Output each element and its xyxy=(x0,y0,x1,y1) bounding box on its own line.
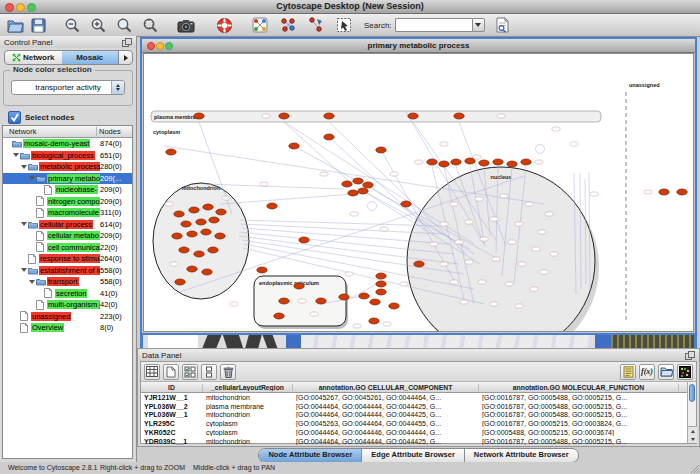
graph-node-small[interactable] xyxy=(535,160,543,164)
graph-node-small[interactable] xyxy=(455,240,463,244)
graph-node-small[interactable] xyxy=(644,190,652,194)
table-row-ydr039c__1[interactable]: YDR039C__1mitochondrion[GO:0044464, GO:0… xyxy=(141,437,687,446)
help-ring-icon[interactable] xyxy=(214,15,234,35)
tree-item-transport[interactable]: transport558(0) xyxy=(3,276,132,288)
unselect-attributes-icon[interactable] xyxy=(201,364,217,380)
graph-node-small[interactable] xyxy=(525,202,533,206)
graph-node-small[interactable] xyxy=(570,142,578,146)
close-window-icon[interactable] xyxy=(5,3,14,12)
graph-node[interactable] xyxy=(179,247,189,253)
network-view-titlebar[interactable]: primary metabolic process xyxy=(142,39,695,53)
table-row-ypl036w__2[interactable]: YPL036W__2plasma membrane[GO:0044464, GO… xyxy=(141,402,687,411)
tree-item-cellular-metabo[interactable]: cellular metabo209(0) xyxy=(3,230,132,242)
open-icon[interactable] xyxy=(5,15,25,35)
graph-node[interactable] xyxy=(324,113,334,119)
tree-item-multi-organism-pro[interactable]: multi-organism pro42(0) xyxy=(3,299,132,311)
column-header[interactable]: ID xyxy=(141,384,203,391)
zoom-window-icon[interactable] xyxy=(27,3,36,12)
float-panel-icon[interactable] xyxy=(122,38,132,47)
network-canvas[interactable]: plasma membrane cytoplasm mitochondrion … xyxy=(143,53,694,332)
graph-node[interactable] xyxy=(187,266,197,272)
tree-item-overview[interactable]: Overview8(0) xyxy=(3,322,132,334)
graph-node-small[interactable] xyxy=(538,230,546,234)
graph-node[interactable] xyxy=(316,298,326,304)
tree-item-establishment-of-lo[interactable]: establishment of lo558(0) xyxy=(3,265,132,277)
graph-node[interactable] xyxy=(358,188,368,194)
table-row-ylr295c[interactable]: YLR295Ccytoplasm[GO:0045263, GO:0044464,… xyxy=(141,419,687,428)
graph-node[interactable] xyxy=(166,149,176,155)
graph-node[interactable] xyxy=(376,147,386,153)
graph-node-small[interactable] xyxy=(530,287,538,291)
graph-node[interactable] xyxy=(465,158,475,164)
graph-node-small[interactable] xyxy=(450,280,458,284)
import-attributes-icon[interactable] xyxy=(658,364,674,380)
graph-node[interactable] xyxy=(507,161,517,167)
graph-node[interactable] xyxy=(439,161,449,167)
graph-node-small[interactable] xyxy=(440,222,448,226)
search-input[interactable] xyxy=(395,18,472,32)
graph-node[interactable] xyxy=(677,189,687,195)
graph-node-small[interactable] xyxy=(515,304,523,308)
tree-expand-icon[interactable] xyxy=(21,165,27,169)
graph-node-small[interactable] xyxy=(532,247,540,251)
graph-node[interactable] xyxy=(389,303,399,309)
network-red-icon[interactable] xyxy=(278,15,298,35)
graph-node-small[interactable] xyxy=(490,302,498,306)
graph-node[interactable] xyxy=(181,221,191,227)
graph-node[interactable] xyxy=(454,113,464,119)
graph-node-small[interactable] xyxy=(505,282,513,286)
graph-node[interactable] xyxy=(376,273,386,279)
graph-node[interactable] xyxy=(196,219,206,225)
graph-node-small[interactable] xyxy=(260,182,268,186)
graph-node[interactable] xyxy=(203,204,213,210)
tree-item-response-to-stimulu[interactable]: response to stimulu264(0) xyxy=(3,253,132,265)
graph-node[interactable] xyxy=(521,159,531,165)
graph-node[interactable] xyxy=(376,281,386,287)
tree-item-unassigned[interactable]: unassigned223(0) xyxy=(3,311,132,323)
tree-header-network[interactable]: Network xyxy=(3,127,96,136)
graph-node-small[interactable] xyxy=(170,262,178,266)
graph-node-small[interactable] xyxy=(500,194,508,198)
graph-node[interactable] xyxy=(370,299,380,305)
graph-node[interactable] xyxy=(279,113,289,119)
tree-header[interactable]: Network Nodes xyxy=(3,126,132,138)
tree-item-biological-process[interactable]: biological_process651(0) xyxy=(3,150,132,162)
tree-item-mosaic-demo-yeast[interactable]: mosaic-demo-yeast874(0) xyxy=(3,138,132,150)
annotation-notes-icon[interactable] xyxy=(620,364,636,380)
graph-node-small[interactable] xyxy=(383,322,391,326)
new-attribute-icon[interactable] xyxy=(163,364,179,380)
scrollbar-thumb[interactable] xyxy=(689,384,695,402)
frame-minimize-icon[interactable] xyxy=(156,42,164,50)
graph-node-small[interactable] xyxy=(310,312,318,316)
graph-node-small[interactable] xyxy=(440,262,448,266)
table-row-ypl036w__1[interactable]: YPL036W__1mitochondrion[GO:0044464, GO:0… xyxy=(141,411,687,420)
frame-zoom-icon[interactable] xyxy=(165,42,173,50)
graph-node-small[interactable] xyxy=(320,172,328,176)
search-advanced-icon[interactable] xyxy=(493,15,513,35)
column-header[interactable]: annotation.GO MOLECULAR_FUNCTION xyxy=(479,384,679,391)
select-nodes-checkbox[interactable] xyxy=(8,111,21,124)
network-overview-icon[interactable] xyxy=(250,15,270,35)
graph-node-small[interactable] xyxy=(222,196,230,200)
tree-expand-icon[interactable] xyxy=(21,222,27,226)
graph-node-small[interactable] xyxy=(550,252,558,256)
tab-network-attribute-browser[interactable]: Network Attribute Browser xyxy=(464,449,578,462)
graph-node[interactable] xyxy=(479,160,489,166)
graph-node[interactable] xyxy=(189,207,199,213)
graph-node-small[interactable] xyxy=(230,302,238,306)
graph-node[interactable] xyxy=(659,189,669,195)
table-vertical-scrollbar[interactable] xyxy=(687,382,696,443)
tree-item-primary-metabo[interactable]: primary metabo209(... xyxy=(3,173,132,185)
graph-node-small[interactable] xyxy=(515,222,523,226)
matrix-icon[interactable] xyxy=(677,364,693,380)
tree-expand-icon[interactable] xyxy=(29,280,35,284)
graph-node[interactable] xyxy=(324,134,334,140)
graph-node-small[interactable] xyxy=(345,272,353,276)
graph-node-small[interactable] xyxy=(545,212,553,216)
table-icon[interactable] xyxy=(144,364,160,380)
graph-node-small[interactable] xyxy=(475,197,483,201)
graph-node[interactable] xyxy=(267,203,277,209)
graph-node-small[interactable] xyxy=(460,300,468,304)
tab-network[interactable]: Network xyxy=(5,51,62,64)
graph-node-small[interactable] xyxy=(518,262,526,266)
